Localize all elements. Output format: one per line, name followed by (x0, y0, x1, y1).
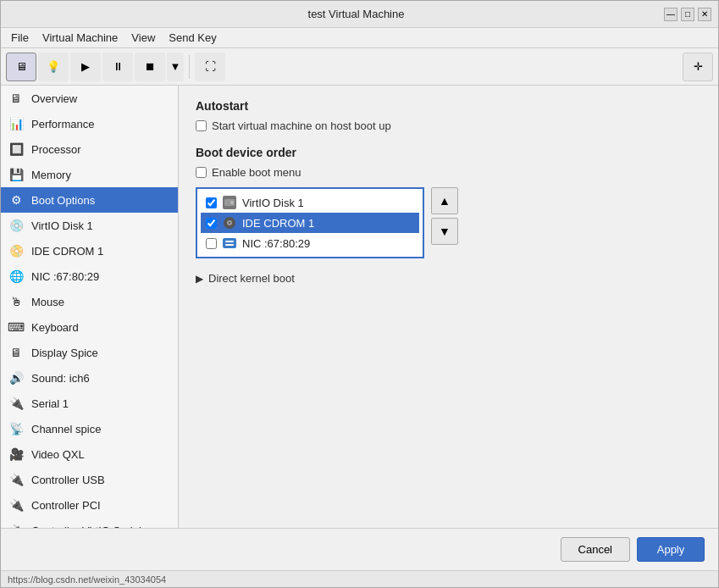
boot-order-controls: ▲ ▼ (431, 187, 458, 245)
autostart-section: Autostart Start virtual machine on host … (196, 99, 701, 132)
boot-item-ide-cdrom-checkbox[interactable] (206, 218, 217, 229)
controller-virtio-icon: 🔌 (8, 522, 25, 528)
close-button[interactable]: ✕ (698, 8, 711, 21)
sidebar-item-overview[interactable]: 🖥 Overview (1, 86, 178, 111)
toolbar: 🖥 💡 ▶ ⏸ ⏹ ▼ ⛶ ✛ (1, 48, 718, 86)
boot-item-ide-cdrom-label: IDE CDROM 1 (242, 217, 314, 230)
nic-boot-icon (222, 236, 237, 251)
direct-kernel-arrow-icon: ▶ (196, 273, 203, 285)
toolbar-light-btn[interactable]: 💡 (38, 53, 69, 81)
menu-view[interactable]: View (124, 30, 162, 46)
sidebar-item-keyboard[interactable]: ⌨ Keyboard (1, 314, 178, 340)
boot-item-nic-label: NIC :67:80:29 (242, 237, 310, 250)
memory-icon: 💾 (8, 166, 25, 183)
toolbar-separator (189, 55, 190, 79)
status-url: https://blog.csdn.net/weixin_43034054 (8, 574, 166, 585)
boot-item-nic-checkbox[interactable] (206, 238, 217, 249)
toolbar-monitor-btn[interactable]: 🖥 (6, 53, 36, 81)
title-bar: test Virtual Machine ― □ ✕ (1, 1, 718, 28)
performance-icon: 📊 (8, 115, 25, 132)
sound-icon: 🔊 (8, 369, 25, 386)
autostart-checkbox-row: Start virtual machine on host boot up (196, 119, 701, 132)
main-window: test Virtual Machine ― □ ✕ File Virtual … (0, 0, 719, 588)
title-bar-controls: ― □ ✕ (664, 8, 711, 21)
enable-boot-menu-row: Enable boot menu (196, 166, 701, 179)
nic-icon: 🌐 (8, 268, 25, 285)
sidebar-item-processor[interactable]: 🔲 Processor (1, 136, 178, 162)
boot-device-order-section: Boot device order Enable boot menu Vir (196, 146, 701, 258)
content-area: Autostart Start virtual machine on host … (179, 86, 718, 528)
window-title: test Virtual Machine (48, 8, 664, 20)
sidebar-item-serial[interactable]: 🔌 Serial 1 (1, 391, 178, 416)
autostart-checkbox[interactable] (196, 120, 207, 131)
overview-icon: 🖥 (8, 90, 25, 107)
virtio-disk-icon: 💿 (8, 217, 25, 234)
ide-cdrom-boot-icon (222, 215, 237, 230)
status-bar: https://blog.csdn.net/weixin_43034054 (1, 570, 718, 587)
boot-order-area: VirtIO Disk 1 IDE CDROM 1 (196, 187, 701, 258)
processor-icon: 🔲 (8, 141, 25, 158)
controller-pci-icon: 🔌 (8, 496, 25, 513)
main-area: 🖥 Overview 📊 Performance 🔲 Processor 💾 M… (1, 86, 718, 528)
keyboard-icon: ⌨ (8, 319, 25, 336)
sidebar-item-performance[interactable]: 📊 Performance (1, 111, 178, 136)
sidebar-item-controller-pci[interactable]: 🔌 Controller PCI (1, 492, 178, 518)
sidebar-item-video-qxl[interactable]: 🎥 Video QXL (1, 441, 178, 467)
display-spice-icon: 🖥 (8, 344, 25, 361)
toolbar-more-btn[interactable]: ▼ (167, 53, 184, 81)
mouse-icon: 🖱 (8, 293, 25, 310)
sidebar-item-channel-spice[interactable]: 📡 Channel spice (1, 416, 178, 441)
video-qxl-icon: 🎥 (8, 446, 25, 463)
maximize-button[interactable]: □ (681, 8, 694, 21)
boot-order-list: VirtIO Disk 1 IDE CDROM 1 (196, 187, 424, 258)
bottom-bar: Cancel Apply (1, 528, 718, 570)
boot-device-order-title: Boot device order (196, 146, 701, 159)
sidebar-item-ide-cdrom[interactable]: 📀 IDE CDROM 1 (1, 238, 178, 263)
boot-options-icon: ⚙ (8, 191, 25, 208)
svg-rect-7 (225, 241, 234, 242)
toolbar-pause-btn[interactable]: ⏸ (102, 53, 133, 81)
sidebar-item-memory[interactable]: 💾 Memory (1, 162, 178, 187)
boot-order-up-button[interactable]: ▲ (431, 187, 458, 214)
menu-file[interactable]: File (4, 30, 36, 46)
ide-cdrom-icon: 📀 (8, 242, 25, 259)
sidebar-item-controller-usb[interactable]: 🔌 Controller USB (1, 467, 178, 492)
boot-item-virtio-disk-checkbox[interactable] (206, 197, 217, 208)
boot-item-nic[interactable]: NIC :67:80:29 (201, 233, 419, 253)
boot-order-down-button[interactable]: ▼ (431, 218, 458, 245)
boot-item-ide-cdrom[interactable]: IDE CDROM 1 (201, 213, 419, 233)
sidebar-item-virtio-disk[interactable]: 💿 VirtIO Disk 1 (1, 213, 178, 238)
sidebar-item-display-spice[interactable]: 🖥 Display Spice (1, 340, 178, 365)
svg-point-2 (230, 201, 234, 204)
sidebar-item-sound[interactable]: 🔊 Sound: ich6 (1, 365, 178, 391)
sidebar-item-mouse[interactable]: 🖱 Mouse (1, 289, 178, 314)
apply-button[interactable]: Apply (637, 537, 705, 562)
controller-usb-icon: 🔌 (8, 471, 25, 488)
boot-item-virtio-disk[interactable]: VirtIO Disk 1 (201, 192, 419, 213)
toolbar-fullscreen-btn[interactable]: ⛶ (195, 53, 225, 81)
svg-rect-8 (225, 244, 234, 246)
sidebar: 🖥 Overview 📊 Performance 🔲 Processor 💾 M… (1, 86, 179, 528)
toolbar-end-btn[interactable]: ✛ (683, 53, 713, 81)
direct-kernel-label: Direct kernel boot (208, 272, 295, 285)
svg-rect-6 (223, 238, 236, 248)
autostart-label: Start virtual machine on host boot up (212, 119, 391, 132)
toolbar-play-btn[interactable]: ▶ (70, 53, 101, 81)
channel-spice-icon: 📡 (8, 420, 25, 437)
cancel-button[interactable]: Cancel (561, 537, 630, 562)
svg-point-5 (229, 222, 230, 224)
direct-kernel-section[interactable]: ▶ Direct kernel boot (196, 272, 701, 285)
enable-boot-menu-label: Enable boot menu (212, 166, 301, 179)
sidebar-item-nic[interactable]: 🌐 NIC :67:80:29 (1, 263, 178, 289)
minimize-button[interactable]: ― (664, 8, 678, 21)
sidebar-item-boot-options[interactable]: ⚙ Boot Options (1, 187, 178, 213)
menubar: File Virtual Machine View Send Key (1, 28, 718, 48)
autostart-title: Autostart (196, 99, 701, 113)
menu-virtual-machine[interactable]: Virtual Machine (36, 30, 124, 46)
menu-send-key[interactable]: Send Key (162, 30, 223, 46)
serial-icon: 🔌 (8, 395, 25, 412)
toolbar-stop-btn[interactable]: ⏹ (135, 53, 165, 81)
sidebar-item-controller-virtio-serial[interactable]: 🔌 Controller VirtIO Serial (1, 518, 178, 528)
boot-item-virtio-disk-label: VirtIO Disk 1 (242, 197, 304, 209)
enable-boot-menu-checkbox[interactable] (196, 167, 207, 178)
